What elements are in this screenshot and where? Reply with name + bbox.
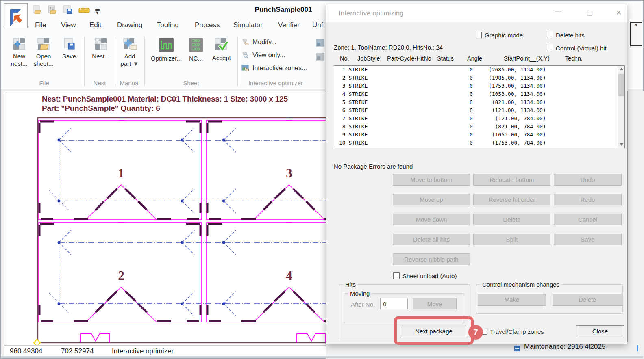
- delete-button[interactable]: Delete: [473, 214, 550, 225]
- interactive-zones-icon: [242, 64, 249, 72]
- minimize-icon[interactable]: —: [552, 7, 564, 17]
- dialog-titlebar[interactable]: Interactive optimizing — ▢ ✕: [326, 4, 627, 22]
- delete-mechanism-button[interactable]: Delete: [553, 294, 622, 306]
- action-button-grid: Move to bottom Relocate bottom Undo Move…: [393, 174, 622, 265]
- delete-all-hits-button[interactable]: Delete all hits: [393, 234, 470, 245]
- redo-button[interactable]: Redo: [554, 194, 622, 205]
- quick-access-toolbar: ▬▼: [32, 5, 100, 17]
- interactive-zones-menu-item[interactable]: Interactive zones...: [242, 64, 307, 72]
- reverse-hit-order-button[interactable]: Reverse hit order: [473, 194, 550, 205]
- travel-clamp-zones-label: Travel/Clamp zones: [490, 328, 544, 335]
- add-part-button[interactable]: Add part ▼: [118, 37, 141, 67]
- delete-hits-label: Delete hits: [556, 32, 585, 39]
- tab-simulator[interactable]: Simulator: [233, 21, 263, 33]
- sheet-unload-checkbox[interactable]: [393, 272, 400, 279]
- view-only-menu-item[interactable]: View only...: [242, 51, 285, 59]
- accept-button[interactable]: Accept: [209, 37, 234, 62]
- interactive-optimizing-dialog: Interactive optimizing — ▢ ✕ Graphic mod…: [326, 4, 627, 344]
- graphic-mode-checkbox[interactable]: [476, 32, 482, 38]
- part-label-3: 3: [286, 166, 292, 180]
- relocate-bottom-button[interactable]: Relocate bottom: [473, 174, 550, 186]
- control-virtual-hit-checkbox[interactable]: [547, 45, 553, 51]
- reverse-nibble-path-button[interactable]: Reverse nibble path: [393, 253, 470, 265]
- cancel-button[interactable]: Cancel: [554, 214, 622, 225]
- move-button[interactable]: Move: [413, 298, 457, 309]
- app-logo-button[interactable]: [4, 3, 28, 28]
- split-button[interactable]: Split: [473, 234, 550, 245]
- qat-open-part-icon[interactable]: [47, 5, 58, 17]
- tab-verifier[interactable]: Verifier: [278, 21, 300, 33]
- group-label-nest: Nest: [85, 80, 115, 87]
- hit-row[interactable]: 2 STRIKE 0 (1985.00, 1134.00): [334, 74, 624, 82]
- group-separator: [84, 37, 85, 86]
- delete-hits-checkbox[interactable]: [547, 32, 553, 38]
- scroll-thumb[interactable]: [618, 74, 624, 96]
- close-button[interactable]: Close: [576, 325, 624, 337]
- hit-row[interactable]: 4 STRIKE 0 (1053.00, 1134.00): [334, 90, 624, 98]
- nc-icon: G00X G02X G01X: [189, 37, 203, 52]
- maximize-icon[interactable]: ▢: [583, 9, 596, 18]
- save-button[interactable]: Save: [59, 37, 80, 60]
- taskbar-tick: [637, 345, 638, 351]
- travel-arrows: [59, 128, 236, 316]
- qat-customize-icon[interactable]: ▬▼: [95, 7, 100, 15]
- move-down-button[interactable]: Move down: [393, 214, 470, 225]
- part-label-4: 4: [286, 268, 292, 283]
- make-button[interactable]: Make: [478, 294, 546, 306]
- save-icon: [63, 37, 76, 50]
- hit-row[interactable]: 9 STRIKE 0 (1053.00, 784.00): [334, 131, 624, 139]
- hit-row[interactable]: 6 STRIKE 0 (121.00, 1134.00): [334, 106, 624, 115]
- hit-row[interactable]: 8 STRIKE 0 (821.00, 784.00): [334, 123, 624, 131]
- group-label-manual: Manual: [115, 80, 144, 87]
- tab-drawing[interactable]: Drawing: [117, 21, 142, 33]
- tab-edit[interactable]: Edit: [89, 21, 101, 33]
- tab-tooling[interactable]: Tooling: [157, 21, 179, 33]
- scroll-up-button[interactable]: [618, 66, 625, 73]
- column-jobstyle: JobStyle: [357, 55, 380, 62]
- qat-open-sheet-icon[interactable]: [32, 5, 42, 17]
- part-label-2: 2: [118, 268, 124, 283]
- window-bottom-edge: [1, 356, 643, 358]
- hit-list[interactable]: 1 STRIKE 0 (2685.00, 1134.00) 2 STRIKE 0…: [334, 65, 625, 148]
- dropdown-caret-icon: ▼: [133, 60, 139, 67]
- nest-icon: [94, 37, 107, 50]
- optimizer-icon: [159, 37, 174, 52]
- tab-view[interactable]: View: [61, 21, 76, 33]
- column-part-cycle-hitno: Part-Cycle-HitNo: [387, 55, 431, 62]
- optimizer-button[interactable]: Optimizer...: [148, 37, 185, 62]
- hit-row[interactable]: 1 STRIKE 0 (2685.00, 1134.00): [334, 66, 624, 74]
- partial-combobox[interactable]: ▾: [630, 22, 642, 46]
- app-logo-icon: [4, 4, 27, 28]
- hit-row[interactable]: 7 STRIKE 0 (121.00, 784.00): [334, 115, 624, 123]
- modify-icon: [242, 38, 249, 46]
- nc-button[interactable]: G00X G02X G01X NC...: [186, 37, 206, 62]
- new-nest-icon: [13, 37, 26, 50]
- after-no-input[interactable]: [380, 298, 408, 309]
- cursor-y: 702.52974: [61, 347, 94, 355]
- accept-label: Accept: [212, 54, 231, 62]
- tab-file[interactable]: File: [35, 21, 46, 33]
- close-icon[interactable]: ✕: [613, 9, 625, 18]
- interactive-zones-label: Interactive zones...: [252, 65, 307, 72]
- modify-menu-item[interactable]: Modify...: [242, 38, 276, 46]
- hit-row[interactable]: 3 STRIKE 0 (1753.00, 1134.00): [334, 82, 624, 90]
- move-to-bottom-button[interactable]: Move to bottom: [393, 174, 470, 186]
- column-angle: Angle: [467, 55, 482, 62]
- package-errors-message: No Package Errors are found: [334, 163, 413, 170]
- tab-process[interactable]: Process: [195, 21, 220, 33]
- new-nest-button[interactable]: Newnest...: [8, 37, 30, 67]
- scroll-down-button[interactable]: [618, 141, 625, 148]
- column-status: Status: [437, 55, 454, 62]
- qat-save-icon[interactable]: [63, 5, 73, 17]
- list-scrollbar[interactable]: [618, 66, 624, 148]
- tab-unfolding[interactable]: Unf: [312, 21, 323, 33]
- hit-row[interactable]: 5 STRIKE 0 (821.00, 1134.00): [334, 98, 624, 106]
- undo-button[interactable]: Undo: [554, 174, 622, 186]
- save-button-dialog[interactable]: Save: [554, 234, 622, 245]
- control-virtual-hit-label: Control (Virtual) hit: [556, 45, 607, 52]
- qat-ruler-icon[interactable]: [78, 5, 90, 17]
- open-sheet-button[interactable]: Opensheet...: [32, 37, 55, 67]
- nest-button[interactable]: Nest...: [89, 37, 113, 60]
- hit-row[interactable]: 10 STRIKE 0 (1753.00, 784.00): [334, 139, 624, 147]
- move-up-button[interactable]: Move up: [393, 194, 470, 205]
